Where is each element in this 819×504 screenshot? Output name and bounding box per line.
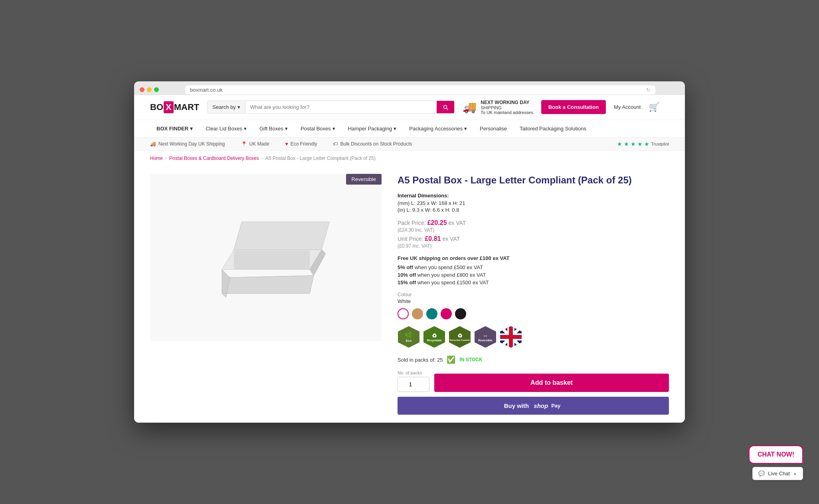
- badge-recyclable: ♻ Recyclable: [423, 326, 445, 348]
- site-header: BO X MART Search by ▾ 🚚 NEXT WORKING: [134, 95, 685, 120]
- swatch-white[interactable]: [398, 308, 409, 319]
- logo-text-right: MART: [174, 102, 200, 112]
- chat-now-button[interactable]: CHAT NOW!: [749, 445, 803, 464]
- dimensions-label: Internal Dimensions:: [398, 193, 669, 199]
- swatch-black[interactable]: [455, 308, 466, 319]
- address-bar[interactable]: boxmart.co.uk ↻: [185, 85, 655, 94]
- heart-icon: ♥: [285, 141, 288, 147]
- swatch-teal[interactable]: [426, 308, 437, 319]
- discount3-text: when you spend £1500 ex VAT: [417, 280, 489, 285]
- product-image: [150, 174, 382, 341]
- svg-marker-3: [222, 276, 314, 297]
- cart-icon[interactable]: 🛒: [649, 102, 659, 112]
- nav-chevron: ▾: [244, 126, 247, 132]
- live-chat-label: Live Chat: [768, 471, 790, 476]
- breadcrumb-postal-boxes[interactable]: Postal Boxes & Cardboard Delivery Boxes: [169, 156, 259, 161]
- chevron-down-icon: ▲: [793, 471, 797, 476]
- nav-item-box-finder[interactable]: BOX FINDER ▾: [150, 120, 199, 137]
- tag-icon: 🏷: [333, 141, 338, 147]
- book-consultation-button[interactable]: Book a Consultation: [541, 100, 606, 114]
- discount2-text: when you spend £800 ex VAT: [417, 272, 486, 278]
- product-title: A5 Postal Box - Large Letter Compliant (…: [398, 174, 669, 186]
- qty-label: No. of packs: [398, 370, 429, 375]
- quantity-wrapper: No. of packs: [398, 370, 429, 392]
- trustpilot-rating: ★ ★ ★ ★ ★ Trustpilot: [617, 141, 669, 147]
- product-image-column: Reversible: [150, 174, 382, 415]
- badge-eco: ♥ Eco Friendly: [285, 141, 317, 147]
- buy-with-shoppay-button[interactable]: Buy with shop Pay: [398, 397, 669, 415]
- colour-label: Colour: [398, 292, 669, 297]
- discount1-text: when you spend £500 ex VAT: [415, 264, 483, 270]
- traffic-light-red[interactable]: [140, 87, 144, 92]
- free-shipping-text: Free UK shipping on orders over £100 ex …: [398, 255, 669, 261]
- pack-price-suffix: ex VAT: [449, 220, 466, 226]
- live-chat-bar[interactable]: 💬 Live Chat ▲: [752, 467, 803, 480]
- logo[interactable]: BO X MART: [150, 101, 199, 113]
- nav-item-clear-lid[interactable]: Clear Lid Boxes ▾: [199, 120, 253, 137]
- unit-price-label: Unit Price:: [398, 236, 423, 242]
- stock-row: Sold in packs of: 25 ✅ IN STOCK: [398, 355, 669, 364]
- logo-box: X: [164, 101, 174, 113]
- add-to-basket-button[interactable]: Add to basket: [434, 374, 669, 392]
- pin-icon: 📍: [241, 141, 247, 147]
- unit-inc-vat: (£0.97 Inc. VAT): [398, 243, 669, 249]
- swatch-pink[interactable]: [441, 308, 452, 319]
- shipping-line2: SHIPPING: [481, 105, 502, 110]
- colour-name: White: [398, 298, 669, 304]
- badge-reversible: ↔ Reversible: [474, 326, 497, 348]
- dim-in: (in) L: 9.3 x W: 6.6 x H: 0.8: [398, 207, 669, 213]
- pack-price-row: Pack Price: £20.25 ex VAT: [398, 219, 669, 226]
- swatch-tan[interactable]: [412, 308, 423, 319]
- nav-item-postal-boxes[interactable]: Postal Boxes ▾: [294, 120, 342, 137]
- nav-item-gift-boxes[interactable]: Gift Boxes ▾: [253, 120, 294, 137]
- shipping-line3: To UK mainland addresses: [481, 110, 533, 115]
- svg-marker-4: [234, 222, 330, 250]
- nav-item-packaging-accessories[interactable]: Packaging Accessories ▾: [403, 120, 473, 137]
- breadcrumb: Home › Postal Boxes & Cardboard Delivery…: [134, 151, 685, 166]
- price-section: Pack Price: £20.25 ex VAT (£24.30 Inc. V…: [398, 219, 669, 249]
- reload-icon[interactable]: ↻: [646, 87, 651, 93]
- badge-bulk: 🏷 Bulk Discounts on Stock Products: [333, 141, 412, 147]
- traffic-light-yellow[interactable]: [147, 87, 152, 92]
- my-account-link[interactable]: My Account: [614, 104, 641, 110]
- search-by-button[interactable]: Search by ▾: [208, 101, 245, 113]
- chat-widget: CHAT NOW! 💬 Live Chat ▲: [749, 445, 803, 480]
- badge-shipping: 🚚 Next Working Day UK Shipping: [150, 141, 225, 147]
- search-input[interactable]: [245, 101, 437, 113]
- pack-price-value: £20.25: [427, 219, 447, 226]
- shop-pay-label: shop Pay: [534, 402, 562, 409]
- badge-eco: 🌿 Eco: [398, 326, 420, 348]
- product-info-column: A5 Postal Box - Large Letter Compliant (…: [398, 174, 669, 415]
- nav-chevron: ▾: [394, 126, 396, 132]
- badge-recycled-content: ♻ Recycled Content: [449, 326, 471, 348]
- discount1-label: 5% off: [398, 264, 413, 270]
- main-nav: BOX FINDER ▾ Clear Lid Boxes ▾ Gift Boxe…: [134, 120, 685, 138]
- discount-row-3: 15% off when you spend £1500 ex VAT: [398, 280, 669, 285]
- unit-price-row: Unit Price: £0.81 ex VAT: [398, 235, 669, 242]
- logo-text-left: BO: [150, 102, 163, 112]
- breadcrumb-home[interactable]: Home: [150, 156, 163, 161]
- discount-row-2: 10% off when you spend £800 ex VAT: [398, 272, 669, 278]
- nav-item-personalise[interactable]: Personalise: [473, 120, 513, 137]
- nav-item-tailored[interactable]: Tailored Packaging Solutions: [513, 120, 593, 137]
- product-badges: 🌿 Eco ♻ Recyclable ♻: [398, 326, 669, 348]
- pack-price-label: Pack Price:: [398, 220, 426, 226]
- nav-chevron: ▾: [464, 126, 467, 132]
- sold-in-packs: Sold in packs of: 25: [398, 357, 443, 363]
- truck-icon: 🚚: [463, 100, 477, 114]
- nav-item-hamper[interactable]: Hamper Packaging ▾: [342, 120, 403, 137]
- quantity-input[interactable]: [398, 377, 429, 392]
- nav-chevron: ▾: [190, 126, 193, 132]
- search-by-label: Search by: [212, 104, 236, 110]
- traffic-light-green[interactable]: [154, 87, 159, 92]
- pack-inc-vat: (£24.30 Inc. VAT): [398, 227, 669, 233]
- colour-section: Colour White: [398, 292, 669, 319]
- product-image-svg: [198, 198, 334, 317]
- shipping-badge: 🚚 NEXT WORKING DAY SHIPPING To UK mainla…: [463, 100, 533, 115]
- breadcrumb-current: A5 Postal Box - Large Letter Compliant (…: [265, 156, 376, 161]
- unit-price-suffix: ex VAT: [442, 236, 460, 242]
- url-display: boxmart.co.uk: [190, 87, 223, 93]
- nav-badges-bar: 🚚 Next Working Day UK Shipping 📍 UK Made…: [134, 138, 685, 151]
- unit-price-value: £0.81: [425, 235, 441, 242]
- search-submit-button[interactable]: [437, 101, 454, 113]
